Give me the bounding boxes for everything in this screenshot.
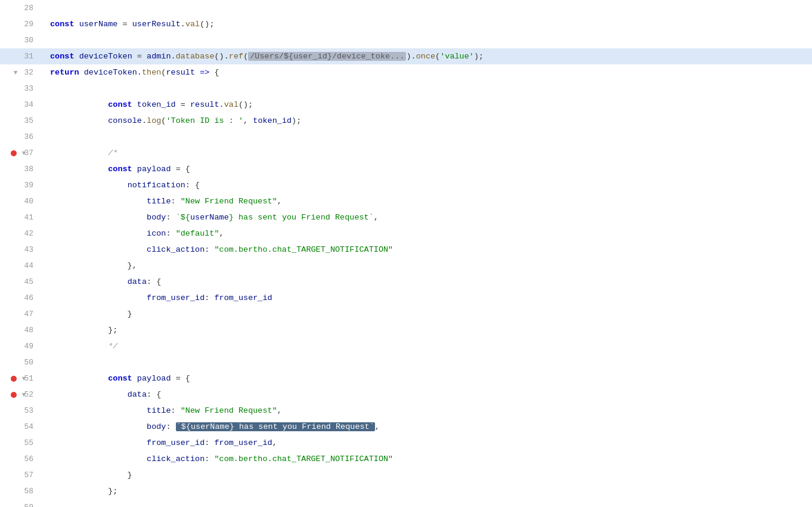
code-line-53: title: "New Friend Request", [41,403,812,419]
token-space [75,20,79,29]
code-line-34: const token_id = result.val(); [41,97,812,113]
line-number-45: 45 [0,274,41,290]
gutter-row-38: 38 [0,161,41,177]
line-number-39: 39 [0,177,41,193]
gutter-row-51: ▼ 51 [0,370,41,387]
breakpoint-37[interactable] [11,150,17,156]
line-number-44: 44 [0,258,41,274]
token-kw-32: return [50,68,79,77]
code-line-37: /* [41,145,812,161]
line-number-47: 47 [0,306,41,322]
code-line-46: from_user_id: from_user_id [41,290,812,306]
gutter-row-40: 40 [0,193,41,209]
gutter-row-59: 59 [0,499,41,507]
gutter-row-35: 35 [0,113,41,129]
token-const-29: const [50,20,75,29]
gutter-row-58: 58 [0,483,41,499]
line-number-41: 41 [0,209,41,225]
gutter-row-56: 56 [0,451,41,467]
line-number-43: 43 [0,242,41,258]
line-number-32: 32 [0,64,41,81]
gutter-row-41: 41 [0,209,41,225]
code-line-40: title: "New Friend Request", [41,193,812,209]
line-number-57: 57 [0,467,41,483]
line-number-38: 38 [0,161,41,177]
gutter-row-37: ▼ 37 [0,145,41,161]
gutter-row-43: 43 [0,242,41,258]
token-path-31: /Users/${user_id}/device_toke... [248,52,406,61]
line-number-36: 36 [0,129,41,145]
gutter-row-32: ▼ 32 [0,64,41,81]
line-number-33: 33 [0,81,41,97]
line-number-54: 54 [0,419,41,435]
code-line-42: icon: "default", [41,225,812,242]
gutter-row-50: 50 [0,354,41,370]
line-number-34: 34 [0,97,41,113]
code-line-49: */ [41,338,812,354]
line-number-40: 40 [0,193,41,209]
line-number-48: 48 [0,322,41,338]
gutter-row-48: 48 [0,322,41,338]
code-line-45: data: { [41,274,812,290]
code-line-38: const payload = { [41,161,812,177]
breakpoint-51[interactable] [11,376,17,382]
line-number-50: 50 [0,354,41,370]
code-line-48: }; [41,322,812,338]
fold-icon-37[interactable]: ▼ [19,149,29,158]
gutter-row-42: 42 [0,225,41,242]
code-line-59 [41,499,812,507]
code-line-52: data: { [41,387,812,403]
gutter-row-54: 54 [0,419,41,435]
gutter-row-33: 33 [0,81,41,97]
line-number-28: 28 [0,0,41,16]
gutter-row-36: 36 [0,129,41,145]
fold-icon-51[interactable]: ▼ [19,374,29,384]
code-line-31: const deviceToken = admin.database().ref… [41,48,812,64]
code-line-47: } [41,306,812,322]
gutter-row-39: 39 [0,177,41,193]
code-line-35: console.log('Token ID is : ', token_id); [41,113,812,129]
code-line-41: body: `${userName} has sent you Friend R… [41,209,812,225]
gutter-row-49: 49 [0,338,41,354]
line-number-30: 30 [0,32,41,48]
token-var-29: userName [79,20,118,29]
code-line-50 [41,354,812,370]
gutter-row-30: 30 [0,32,41,48]
line-number-53: 53 [0,403,41,419]
code-line-28 [41,0,812,16]
code-line-51: const payload = { [41,370,812,387]
code-line-44: }, [41,258,812,274]
code-line-56: click_action: "com.bertho.chat_TARGET_NO… [41,451,812,467]
code-line-33 [41,81,812,97]
line-number-56: 56 [0,451,41,467]
fold-icon-32[interactable]: ▼ [11,68,20,78]
token-kw-31: const [50,52,75,61]
gutter-row-45: 45 [0,274,41,290]
gutter: 28 29 30 31 ▼ 32 33 34 35 [0,0,41,507]
line-number-59: 59 [0,499,41,507]
line-number-46: 46 [0,290,41,306]
code-line-55: from_user_id: from_user_id, [41,435,812,451]
code-editor: 28 29 30 31 ▼ 32 33 34 35 [0,0,812,507]
fold-icon-52[interactable]: ▼ [19,390,29,400]
gutter-row-31: 31 [0,48,41,64]
breakpoint-52[interactable] [11,392,17,398]
code-content: const userName = userResult.val(); const… [41,0,812,507]
gutter-row-52: ▼ 52 [0,387,41,403]
line-number-58: 58 [0,483,41,499]
gutter-row-57: 57 [0,467,41,483]
code-line-32: return deviceToken.then(result => { [41,64,812,81]
line-number-55: 55 [0,435,41,451]
line-number-35: 35 [0,113,41,129]
gutter-row-47: 47 [0,306,41,322]
line-number-42: 42 [0,225,41,242]
gutter-row-29: 29 [0,16,41,32]
gutter-row-55: 55 [0,435,41,451]
code-line-29: const userName = userResult.val(); [41,16,812,32]
gutter-row-28: 28 [0,0,41,16]
code-line-36 [41,129,812,145]
code-line-43: click_action: "com.bertho.chat_TARGET_NO… [41,242,812,258]
code-line-58: }; [41,483,812,499]
gutter-row-53: 53 [0,403,41,419]
gutter-row-46: 46 [0,290,41,306]
